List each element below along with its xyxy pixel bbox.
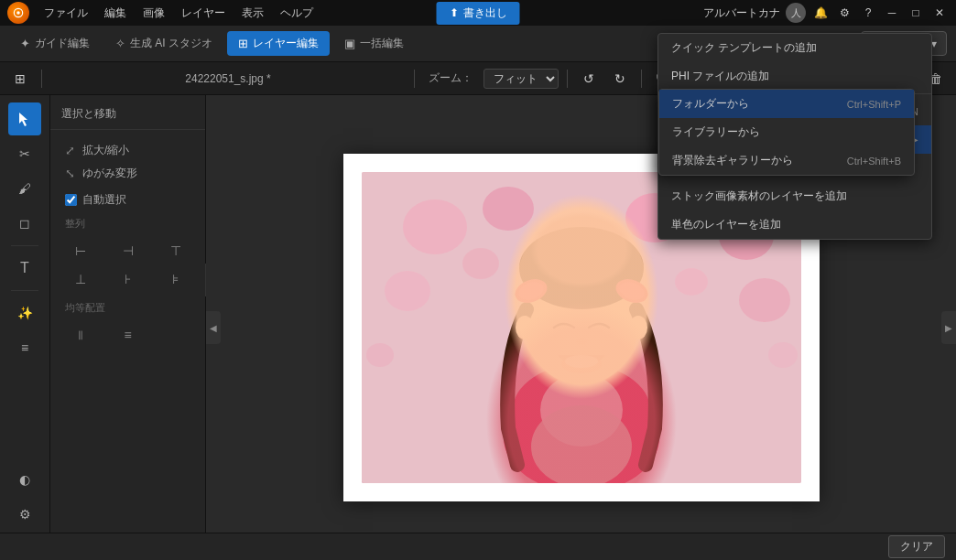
svg-point-32 xyxy=(616,279,646,303)
user-name: アルバートカナ xyxy=(703,5,780,21)
export-button[interactable]: ⬆ 書き出し xyxy=(437,2,520,25)
clear-button[interactable]: クリア xyxy=(888,535,945,558)
menu-file[interactable]: ファイル xyxy=(37,3,95,24)
effects-tool[interactable]: ✨ xyxy=(8,296,41,329)
phi-file-item[interactable]: PHI ファイルの追加 xyxy=(658,62,931,91)
gear-icon[interactable]: ⚙ xyxy=(835,4,853,22)
select-move-tool[interactable] xyxy=(8,102,41,135)
guide-edit-icon: ✦ xyxy=(20,37,30,50)
tool-separator-2 xyxy=(11,290,38,291)
tab-batch-edit[interactable]: ▣ 一括編集 xyxy=(333,31,415,56)
align-right-button[interactable]: ⊤ xyxy=(153,238,198,264)
quick-template-label: クイック テンプレートの追加 xyxy=(671,40,817,56)
bottom-bar: クリア xyxy=(0,533,956,560)
scale-icon: ⤢ xyxy=(65,144,75,157)
svg-point-20 xyxy=(366,343,394,367)
auto-select-item[interactable]: 自動選択 xyxy=(50,188,205,211)
question-icon[interactable]: ? xyxy=(859,4,877,22)
rotate-right-button[interactable]: ↻ xyxy=(607,66,633,92)
layer-edit-icon: ⊞ xyxy=(238,37,248,50)
svg-point-28 xyxy=(519,227,644,309)
transform-tools: ⤢ 拡大/縮小 ⤡ ゆがみ変形 xyxy=(50,135,205,188)
menu-layer[interactable]: レイヤー xyxy=(174,3,233,24)
align-left-button[interactable]: ⊢ xyxy=(58,238,103,264)
from-library-item[interactable]: ライブラリーから xyxy=(659,118,914,146)
menu-edit[interactable]: 編集 xyxy=(97,3,134,24)
rotate-left-button[interactable]: ↺ xyxy=(576,66,602,92)
svg-point-23 xyxy=(513,364,650,456)
stock-image-layer-label: ストック画像素材のレイヤーを追加 xyxy=(671,188,847,204)
warp-tool[interactable]: ⤡ ゆがみ変形 xyxy=(58,162,198,185)
image-layer-item[interactable]: 画像のレイヤーを追加 ▶ フォルダーから Ctrl+Shift+P ライブラリー… xyxy=(658,125,931,154)
layers-tool[interactable]: ≡ xyxy=(8,331,41,364)
svg-point-18 xyxy=(462,248,499,279)
distribute-h-button[interactable]: ⦀ xyxy=(58,322,103,348)
zoom-label: ズーム： xyxy=(423,70,478,86)
align-bottom-button[interactable]: ⊧ xyxy=(153,266,198,292)
svg-point-22 xyxy=(504,382,659,483)
crop-tool[interactable]: ✂ xyxy=(8,137,41,170)
align-center-h-button[interactable]: ⊣ xyxy=(105,238,150,264)
grid-toggle-button[interactable]: ⊞ xyxy=(7,66,33,92)
warp-label: ゆがみ変形 xyxy=(82,166,137,181)
batch-edit-label: 一括編集 xyxy=(360,36,404,51)
batch-edit-icon: ▣ xyxy=(344,37,355,50)
user-area: アルバートカナ 人 xyxy=(703,3,806,23)
brush-tool[interactable]: 🖌 xyxy=(8,172,41,205)
menu-help[interactable]: ヘルプ xyxy=(273,3,320,24)
svg-point-35 xyxy=(565,355,598,368)
menu-view[interactable]: 表示 xyxy=(234,3,271,24)
toolbar-separator-4 xyxy=(641,70,642,88)
svg-point-39 xyxy=(629,316,647,339)
svg-point-12 xyxy=(483,187,534,231)
svg-point-11 xyxy=(403,199,467,254)
title-bar: ファイル 編集 画像 レイヤー 表示 ヘルプ ⬆ 書き出し アルバートカナ 人 … xyxy=(0,0,956,26)
svg-point-37 xyxy=(602,341,635,360)
minimize-button[interactable]: ─ xyxy=(883,4,901,22)
text-tool[interactable]: T xyxy=(8,252,41,285)
scale-tool[interactable]: ⤢ 拡大/縮小 xyxy=(58,139,198,162)
svg-rect-26 xyxy=(568,350,595,378)
svg-point-30 xyxy=(516,279,545,303)
settings-tool[interactable]: ⚙ xyxy=(8,498,41,531)
svg-point-34 xyxy=(561,355,602,373)
svg-point-31 xyxy=(612,275,650,307)
avatar: 人 xyxy=(786,3,806,23)
svg-point-38 xyxy=(516,316,534,339)
solid-layer-item[interactable]: 単色のレイヤーを追加 xyxy=(658,210,931,239)
from-folder-item[interactable]: フォルダーから Ctrl+Shift+P xyxy=(659,90,914,118)
left-panel: 選択と移動 ⤢ 拡大/縮小 ⤡ ゆがみ変形 自動選択 整列 ⊢ ⊣ ⊤ ⊥ ⊦ … xyxy=(50,95,206,560)
guide-edit-label: ガイド編集 xyxy=(35,36,90,51)
menu-image[interactable]: 画像 xyxy=(136,3,172,24)
bell-icon[interactable]: 🔔 xyxy=(811,4,830,22)
from-folder-label: フォルダーから xyxy=(672,96,749,112)
tab-guide-edit[interactable]: ✦ ガイド編集 xyxy=(9,31,101,56)
quick-template-item[interactable]: クイック テンプレートの追加 xyxy=(658,34,931,62)
from-bg-removal-item[interactable]: 背景除去ギャラリーから Ctrl+Shift+B xyxy=(659,146,914,175)
auto-select-checkbox[interactable] xyxy=(65,194,77,206)
align-center-v-button[interactable]: ⊦ xyxy=(105,266,150,292)
tab-layer-edit[interactable]: ⊞ レイヤー編集 xyxy=(227,31,330,56)
equal-dist-section-label: 均等配置 xyxy=(50,296,205,318)
scale-label: 拡大/縮小 xyxy=(82,143,129,158)
bottom-tool-1[interactable]: ◐ xyxy=(8,463,41,496)
distribute-tools: ⦀ ≡ xyxy=(50,318,205,351)
maximize-button[interactable]: □ xyxy=(907,4,925,22)
eraser-tool[interactable]: ◻ xyxy=(8,207,41,240)
export-icon: ⬆ xyxy=(450,6,459,19)
svg-point-15 xyxy=(385,271,430,311)
align-section-label: 整列 xyxy=(50,211,205,234)
stock-image-layer-item[interactable]: ストック画像素材のレイヤーを追加 xyxy=(658,182,931,210)
collapse-canvas-right[interactable]: ▶ xyxy=(941,311,956,344)
distribute-v-button[interactable]: ≡ xyxy=(105,322,150,348)
tool-separator xyxy=(11,245,38,246)
close-button[interactable]: ✕ xyxy=(930,4,949,22)
zoom-select[interactable]: フィット 25% 50% 75% 100% xyxy=(483,69,559,89)
app-logo xyxy=(7,2,29,24)
auto-select-label: 自動選択 xyxy=(82,192,126,208)
align-top-button[interactable]: ⊥ xyxy=(58,266,103,292)
tab-ai-studio[interactable]: ✧ 生成 AI スタジオ xyxy=(104,31,223,56)
toolbar-separator-1 xyxy=(41,70,42,88)
collapse-canvas-left[interactable]: ◀ xyxy=(206,311,221,344)
from-bg-removal-shortcut: Ctrl+Shift+B xyxy=(847,156,901,167)
